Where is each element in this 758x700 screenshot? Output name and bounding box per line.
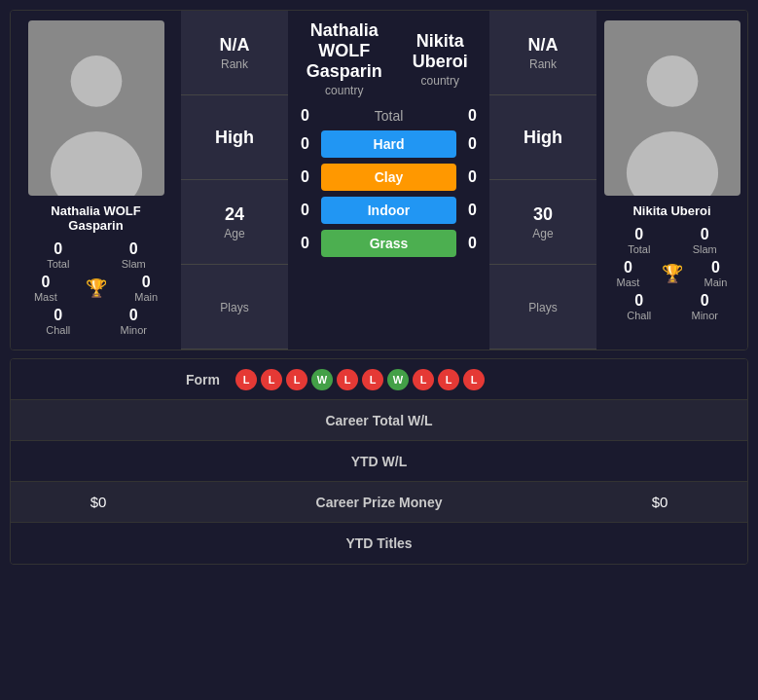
player1-center-name-text: Nathalia WOLFGasparin — [293, 20, 396, 82]
clay-score-left: 0 — [293, 168, 317, 186]
player1-age-label: Age — [224, 227, 244, 240]
ytd-titles-label: YTD Titles — [186, 535, 572, 551]
hard-row: 0 Hard 0 — [293, 130, 485, 158]
form-badge: L — [362, 369, 383, 390]
player1-total: 0 — [20, 240, 96, 258]
indoor-button[interactable]: Indoor — [321, 197, 456, 224]
player1-main: 0 — [121, 274, 171, 291]
player1-total-label: Total — [20, 258, 96, 270]
prize-left: $0 — [11, 484, 186, 520]
ytd-wl-row: YTD W/L — [11, 441, 747, 482]
grass-row: 0 Grass 0 — [293, 230, 485, 257]
form-badge: L — [438, 369, 459, 390]
ytd-titles-right — [572, 534, 747, 553]
player2-avatar — [604, 20, 740, 196]
clay-row: 0 Clay 0 — [293, 164, 485, 191]
player1-plays-label: Plays — [220, 301, 248, 314]
player2-stats: 0 Total 0 Slam 0 Mast 🏆 — [606, 226, 738, 325]
player2-minor: 0 — [672, 292, 739, 310]
player2-slam: 0 — [672, 226, 739, 243]
indoor-score-right: 0 — [460, 202, 485, 219]
ytd-titles-left — [11, 534, 186, 553]
player1-center-name: Nathalia WOLFGasparin country — [293, 20, 396, 97]
career-wl-left — [11, 411, 186, 430]
form-left — [11, 370, 186, 389]
hard-score-right: 0 — [460, 135, 485, 153]
player2-main-label: Main — [694, 276, 738, 288]
player2-chall-label: Chall — [606, 310, 672, 321]
player2-rank-name: Rank — [529, 57, 557, 71]
form-badge: W — [311, 369, 333, 390]
prize-row: $0 Career Prize Money $0 — [11, 482, 747, 523]
grass-score-right: 0 — [460, 235, 485, 252]
career-wl-right — [572, 411, 747, 430]
player1-rank-cell: N/A Rank — [181, 11, 288, 95]
grass-score-left: 0 — [293, 235, 317, 252]
grass-button[interactable]: Grass — [321, 230, 456, 257]
player1-age-value: 24 — [225, 204, 244, 225]
form-badge: L — [261, 369, 282, 390]
player1-high-value: High — [215, 128, 254, 148]
player2-middle-panel: N/A Rank High 30 Age Plays — [489, 11, 596, 350]
player1-country: country — [293, 84, 396, 97]
player1-avatar — [28, 20, 164, 196]
player1-mast-label: Mast — [20, 291, 71, 303]
player2-country: country — [396, 74, 486, 88]
form-badge: L — [463, 369, 485, 390]
hard-score-left: 0 — [293, 135, 317, 153]
ytd-wl-right — [572, 452, 747, 471]
player2-age-value: 30 — [533, 204, 553, 225]
player2-center-name: Nikita Uberoi country — [396, 31, 486, 88]
ytd-titles-row: YTD Titles — [11, 523, 747, 564]
career-wl-row: Career Total W/L — [11, 400, 747, 441]
center-names: Nathalia WOLFGasparin country Nikita Ube… — [293, 20, 485, 107]
player2-chall: 0 — [606, 292, 672, 310]
player1-rank-name: Rank — [221, 57, 248, 71]
player1-slam-label: Slam — [96, 258, 172, 270]
ytd-wl-label: YTD W/L — [186, 454, 572, 469]
player2-rank-value: N/A — [528, 35, 559, 55]
player1-high-cell: High — [181, 95, 288, 180]
player1-card: Nathalia WOLF Gasparin 0 Total 0 Slam — [11, 11, 181, 350]
clay-button[interactable]: Clay — [321, 164, 456, 191]
career-wl-label: Career Total W/L — [186, 413, 572, 428]
prize-label: Career Prize Money — [186, 495, 572, 510]
player1-chall: 0 — [20, 307, 96, 324]
form-badges: LLLWLLWLLL — [235, 369, 485, 390]
player2-minor-label: Minor — [672, 310, 739, 321]
player1-stats: 0 Total 0 Slam 0 Mast 🏆 — [20, 240, 171, 340]
total-label: Total — [321, 108, 456, 124]
player2-total-label: Total — [606, 243, 672, 255]
player1-chall-label: Chall — [20, 324, 96, 336]
center-section: Nathalia WOLFGasparin country Nikita Ube… — [288, 11, 489, 350]
player2-high-cell: High — [489, 95, 596, 180]
player2-slam-label: Slam — [672, 243, 739, 255]
trophy-icon-2: 🏆 — [662, 263, 683, 284]
player2-card: Nikita Uberoi 0 Total 0 Slam 0 Mast — [596, 11, 747, 350]
player2-plays-cell: Plays — [489, 265, 596, 350]
indoor-score-left: 0 — [293, 202, 317, 219]
main-container: Nathalia WOLF Gasparin 0 Total 0 Slam — [0, 0, 758, 574]
hard-button[interactable]: Hard — [321, 130, 456, 158]
total-score-right: 0 — [460, 107, 485, 125]
player1-plays-cell: Plays — [181, 265, 288, 350]
form-label: Form — [186, 372, 220, 387]
form-badge: W — [387, 369, 409, 390]
form-row: Form LLLWLLWLLL — [11, 359, 747, 400]
indoor-row: 0 Indoor 0 — [293, 197, 485, 224]
player1-mast: 0 — [20, 274, 71, 291]
player1-rank-value: N/A — [220, 35, 250, 55]
bottom-section: Form LLLWLLWLLL Career Total W/L YTD W/L… — [10, 358, 748, 565]
player1-minor-label: Minor — [96, 324, 172, 336]
comparison-section: Nathalia WOLF Gasparin 0 Total 0 Slam — [10, 10, 748, 350]
player1-name: Nathalia WOLF Gasparin — [51, 203, 140, 233]
form-right — [572, 370, 747, 389]
player1-minor: 0 — [96, 307, 172, 324]
total-score-left: 0 — [293, 107, 317, 125]
player2-name: Nikita Uberoi — [632, 203, 710, 218]
player2-mast-label: Mast — [606, 276, 650, 288]
player2-center-name-text: Nikita Uberoi — [396, 31, 486, 72]
player2-total: 0 — [606, 226, 672, 243]
form-badge: L — [235, 369, 257, 390]
prize-right: $0 — [572, 484, 747, 520]
